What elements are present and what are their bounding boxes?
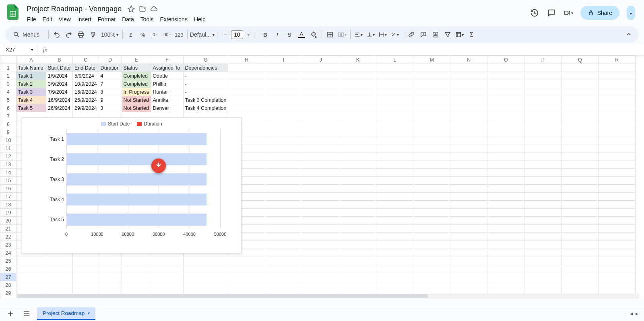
cell[interactable] xyxy=(265,128,302,136)
cell[interactable] xyxy=(265,72,302,80)
cell[interactable] xyxy=(228,80,265,88)
cell[interactable] xyxy=(302,249,339,257)
cell[interactable] xyxy=(487,177,524,185)
cell[interactable] xyxy=(524,217,561,225)
col-header-G[interactable]: G xyxy=(183,56,228,64)
table-header[interactable]: Duration xyxy=(99,64,122,72)
cell[interactable] xyxy=(413,193,450,201)
cell[interactable] xyxy=(487,225,524,233)
cell[interactable] xyxy=(302,265,339,273)
cell[interactable]: 26/9/2024 xyxy=(46,104,73,112)
percent-button[interactable]: % xyxy=(137,29,149,40)
cell[interactable] xyxy=(599,241,636,249)
cell[interactable] xyxy=(450,112,487,120)
col-header-N[interactable]: N xyxy=(450,56,487,64)
table-header[interactable]: Assigned To xyxy=(151,64,183,72)
cell[interactable] xyxy=(265,144,302,152)
cell[interactable] xyxy=(524,257,561,265)
cell[interactable] xyxy=(599,144,636,152)
cell[interactable] xyxy=(524,64,561,72)
share-button[interactable]: Share xyxy=(580,6,619,20)
cell[interactable] xyxy=(302,80,339,88)
cell[interactable] xyxy=(228,88,265,96)
cell[interactable]: In Progress xyxy=(122,88,151,96)
name-box[interactable]: X27▾ xyxy=(4,46,35,54)
cell[interactable] xyxy=(302,64,339,72)
cell[interactable] xyxy=(524,193,561,201)
cell[interactable] xyxy=(561,136,599,144)
zoom-select[interactable]: 100% ▾ xyxy=(99,31,120,38)
print-button[interactable] xyxy=(75,29,87,40)
cell[interactable] xyxy=(228,281,265,289)
cell[interactable]: Task 4 xyxy=(17,96,46,104)
formula-bar[interactable] xyxy=(50,46,644,54)
cell[interactable]: Denver xyxy=(151,104,183,112)
row-header-30[interactable]: 30 xyxy=(0,297,17,299)
cell[interactable] xyxy=(599,273,636,281)
cell[interactable] xyxy=(487,72,524,80)
cell[interactable] xyxy=(302,88,339,96)
cell[interactable] xyxy=(599,136,636,144)
cell[interactable] xyxy=(122,257,151,265)
cell[interactable] xyxy=(302,281,339,289)
cell[interactable] xyxy=(302,209,339,217)
cell[interactable] xyxy=(599,209,636,217)
cell[interactable] xyxy=(302,112,339,120)
row-header-4[interactable]: 4 xyxy=(0,88,17,96)
cell[interactable] xyxy=(122,273,151,281)
cell[interactable] xyxy=(265,80,302,88)
cell[interactable] xyxy=(450,64,487,72)
cell[interactable] xyxy=(339,72,376,80)
cell[interactable] xyxy=(302,241,339,249)
cell[interactable] xyxy=(228,257,265,265)
chart[interactable]: Start Date Duration 01000020000300004000… xyxy=(22,117,242,253)
fill-color-button[interactable] xyxy=(308,29,319,40)
col-header-R[interactable]: R xyxy=(599,56,636,64)
cell[interactable] xyxy=(413,104,450,112)
cell[interactable] xyxy=(339,201,376,209)
cell[interactable] xyxy=(413,128,450,136)
cell[interactable]: 5/9/2024 xyxy=(73,72,99,80)
row-header-11[interactable]: 11 xyxy=(0,144,17,152)
row-header-1[interactable]: 1 xyxy=(0,64,17,72)
cell[interactable] xyxy=(450,177,487,185)
row-header-13[interactable]: 13 xyxy=(0,160,17,169)
cell[interactable] xyxy=(302,217,339,225)
decrease-decimal-button[interactable]: .0← xyxy=(149,29,161,40)
row-header-24[interactable]: 24 xyxy=(0,249,17,257)
cell[interactable] xyxy=(413,177,450,185)
select-all-cell[interactable] xyxy=(0,56,17,64)
cell[interactable] xyxy=(561,185,599,193)
cell[interactable]: 8 xyxy=(99,88,122,96)
cell[interactable] xyxy=(151,281,183,289)
cell[interactable] xyxy=(524,265,561,273)
cell[interactable]: Task 3 Completion xyxy=(183,96,228,104)
cell[interactable] xyxy=(376,265,413,273)
rotate-button[interactable]: ▾ xyxy=(389,29,400,40)
cell[interactable] xyxy=(450,160,487,169)
cell[interactable] xyxy=(487,112,524,120)
cell[interactable] xyxy=(413,112,450,120)
cell[interactable] xyxy=(73,281,99,289)
cell[interactable] xyxy=(487,209,524,217)
cell[interactable] xyxy=(524,249,561,257)
cell[interactable] xyxy=(339,169,376,177)
cell[interactable] xyxy=(151,265,183,273)
cell[interactable] xyxy=(339,80,376,88)
cell[interactable] xyxy=(487,152,524,160)
cell[interactable] xyxy=(413,160,450,169)
sheet-tab[interactable]: Project Roadmap▾ xyxy=(37,307,95,320)
cell[interactable] xyxy=(302,120,339,128)
cell[interactable] xyxy=(376,217,413,225)
cell[interactable] xyxy=(561,233,599,241)
cell[interactable] xyxy=(413,88,450,96)
cell[interactable] xyxy=(302,160,339,169)
cell[interactable] xyxy=(302,128,339,136)
cell[interactable] xyxy=(339,273,376,281)
cell[interactable] xyxy=(376,249,413,257)
cell[interactable] xyxy=(450,209,487,217)
cell[interactable]: Not Started xyxy=(122,96,151,104)
cell[interactable] xyxy=(265,112,302,120)
cell[interactable] xyxy=(302,144,339,152)
paint-format-button[interactable] xyxy=(87,29,99,40)
